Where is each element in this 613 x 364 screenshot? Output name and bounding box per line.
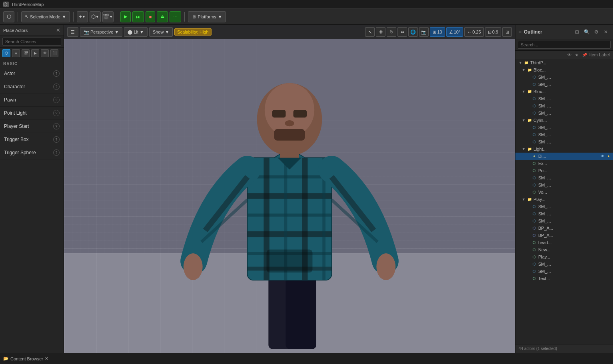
outliner-list[interactable]: ▼ 📁 ThirdP... ▼ 📁 Bloc... ▶ ⬡ SM_... ▶ ⬡ — [515, 59, 613, 344]
outliner-item-name: SM_... — [538, 211, 611, 216]
perspective-btn[interactable]: 📷 Perspective ▼ — [80, 27, 122, 37]
list-item[interactable]: ▶ ⬡ SM_... — [515, 181, 613, 189]
list-item[interactable]: ▶ ⬡ head... — [515, 239, 613, 246]
surface-btn[interactable]: 🌐 — [408, 27, 418, 37]
actor-item-trigger-sphere-help[interactable]: ? — [53, 149, 60, 156]
list-item[interactable]: ▼ 📁 Bloc... — [515, 66, 613, 74]
actor-search-input[interactable] — [2, 38, 61, 46]
title-bar: ⬡ ThirdPersonMap — [0, 0, 613, 9]
outliner-search-input[interactable] — [518, 41, 611, 49]
list-item[interactable]: ▶ ⬡ SM_... — [515, 109, 613, 117]
blueprint-btn[interactable]: ⬡ ▼ — [90, 11, 101, 22]
viewport-menu-btn[interactable]: ☰ — [67, 27, 78, 37]
list-item[interactable]: ▼ 📁 ThirdP... — [515, 59, 613, 66]
lit-btn[interactable]: ⬤ Lit ▼ — [124, 27, 148, 37]
actor-item-character[interactable]: Character ? — [0, 80, 64, 93]
select-mode-btn[interactable]: ↖ — [365, 27, 375, 37]
list-item[interactable]: ▶ ⬡ Text... — [515, 275, 613, 282]
list-item[interactable]: ▼ 📁 Light... — [515, 145, 613, 153]
add-content-btn[interactable]: + ▼ — [77, 11, 88, 22]
scale-snap-btn[interactable]: ⊡ 0.9 — [485, 27, 501, 37]
grid-size-btn[interactable]: ⊞ 10 — [430, 27, 445, 37]
filter-cinematic-icon[interactable]: 🎬 — [22, 49, 30, 57]
outliner-search-toggle-btn[interactable]: 🔍 — [583, 28, 591, 36]
filter-shape-icon[interactable]: ⬛ — [50, 49, 58, 57]
actor-item-player-start[interactable]: Player Start ? — [0, 120, 64, 133]
content-browser-btn[interactable]: 📂 Content Browser ✕ — [3, 356, 48, 361]
filter-fav-icon[interactable]: ★ — [12, 49, 20, 57]
scale-btn[interactable]: ⇔ — [397, 27, 407, 37]
menu-icon-btn[interactable]: ⬡ — [3, 11, 14, 22]
list-item[interactable]: ▶ ⬡ SM_... — [515, 95, 613, 102]
list-item[interactable]: ▶ ⬡ SM_... — [515, 268, 613, 275]
menu-icon: ⬡ — [7, 14, 11, 20]
list-item[interactable]: ▶ ⬡ SM_... — [515, 138, 613, 145]
pin-col-icon[interactable]: 📌 — [581, 52, 588, 58]
viewport[interactable]: ☰ 📷 Perspective ▼ ⬤ Lit ▼ Show ▼ Scalabi… — [64, 25, 515, 353]
visibility-col-icon[interactable]: 👁 — [566, 52, 573, 58]
list-item[interactable]: ▶ ⬡ SM_... — [515, 81, 613, 88]
list-item[interactable]: ▶ ⬡ SM_... — [515, 261, 613, 268]
list-item[interactable]: ▶ ⬡ SM_... — [515, 124, 613, 131]
advance-play-btn[interactable]: ⏭ — [132, 11, 144, 22]
list-item[interactable]: ▶ ⬡ SM_... — [515, 102, 613, 109]
show-btn[interactable]: Show ▼ — [149, 27, 173, 37]
filter-play-icon[interactable]: ▶ — [31, 49, 39, 57]
list-item[interactable]: ▶ ⬡ SM_... — [515, 131, 613, 138]
visibility-toggle[interactable]: 👁 — [599, 153, 605, 159]
actor-item-point-light-help[interactable]: ? — [53, 110, 60, 116]
actor-item-pawn-help[interactable]: ? — [53, 97, 60, 103]
rotation-snap-btn[interactable]: ∠ 10° — [446, 27, 463, 37]
list-item[interactable]: ▶ ⬡ BP_A... — [515, 225, 613, 232]
list-item[interactable]: ▶ ⬡ SM_... — [515, 174, 613, 181]
translate-btn[interactable]: ✚ — [376, 27, 385, 37]
actor-item-actor-help[interactable]: ? — [53, 70, 60, 77]
list-item[interactable]: ▼ 📁 Bloc... — [515, 88, 613, 95]
more-play-icon: ⋯ — [173, 14, 178, 19]
cinematic-btn[interactable]: 🎬 ▼ — [102, 11, 114, 22]
list-item[interactable]: ▶ ✦ Di... 👁 ★ — [515, 153, 613, 160]
more-play-btn[interactable]: ⋯ — [170, 11, 181, 22]
play-btn[interactable]: ▶ — [120, 11, 131, 22]
actor-item-point-light[interactable]: Point Light ? — [0, 107, 64, 120]
list-item[interactable]: ▶ ⬡ SM_... — [515, 217, 613, 225]
filter-all-icon[interactable]: ⬡ — [2, 49, 10, 57]
star-col-icon[interactable]: ★ — [574, 52, 580, 58]
camera-settings-btn[interactable]: 📷 — [419, 27, 429, 37]
list-item[interactable]: ▶ ⬡ SM_... — [515, 74, 613, 81]
list-item[interactable]: ▶ ⬡ Vo... — [515, 189, 613, 196]
rotate-btn[interactable]: ↻ — [387, 27, 396, 37]
list-item[interactable]: ▼ 📁 Cylin... — [515, 117, 613, 124]
platforms-btn[interactable]: 🖥 Platforms ▼ — [188, 11, 226, 22]
outliner-close-btn[interactable]: ✕ — [602, 28, 610, 36]
folder-icon: 📁 — [527, 117, 532, 123]
panel-close-btn[interactable]: ✕ — [56, 27, 60, 33]
actor-item-character-help[interactable]: ? — [53, 84, 60, 90]
selection-mode-btn[interactable]: ↖ Selection Mode ▼ — [21, 11, 70, 22]
stop-btn[interactable]: ■ — [146, 11, 156, 22]
list-item[interactable]: ▶ ⬡ Po... — [515, 167, 613, 174]
outliner-filter-btn[interactable]: ⊟ — [573, 28, 581, 36]
actor-item-player-start-help[interactable]: ? — [53, 123, 60, 129]
list-item[interactable]: ▶ ⬡ SM_... — [515, 203, 613, 210]
filter-view-icon[interactable]: 👁 — [41, 49, 49, 57]
list-item[interactable]: ▶ ⬡ SM_... — [515, 210, 613, 217]
eject-btn[interactable]: ⏏ — [157, 11, 168, 22]
actor-item-actor[interactable]: Actor ? — [0, 67, 64, 80]
actor-item-trigger-box[interactable]: Trigger Box ? — [0, 133, 64, 146]
actor-item-trigger-box-help[interactable]: ? — [53, 136, 60, 143]
actor-item-pawn[interactable]: Pawn ? — [0, 93, 64, 107]
list-item[interactable]: ▼ 📁 Play... — [515, 196, 613, 203]
content-browser-close[interactable]: ✕ — [45, 356, 48, 361]
list-item[interactable]: ▶ ⬡ Play... — [515, 253, 613, 261]
star-toggle[interactable]: ★ — [606, 153, 611, 159]
rotation-snap-icon: ∠ — [449, 30, 453, 35]
viewport-options-btn[interactable]: ⊞ — [502, 27, 512, 37]
list-item[interactable]: ▶ ⬡ BP_A... — [515, 232, 613, 239]
position-snap-btn[interactable]: ↔ 0.25 — [464, 27, 483, 37]
actor-item-trigger-sphere[interactable]: Trigger Sphere ? — [0, 146, 64, 159]
list-item[interactable]: ▶ ⬡ New... — [515, 246, 613, 253]
place-actors-tab[interactable]: Place Actors — [3, 28, 28, 33]
outliner-settings-btn[interactable]: ⚙ — [592, 28, 600, 36]
list-item[interactable]: ▶ ⬡ Ex... — [515, 160, 613, 167]
